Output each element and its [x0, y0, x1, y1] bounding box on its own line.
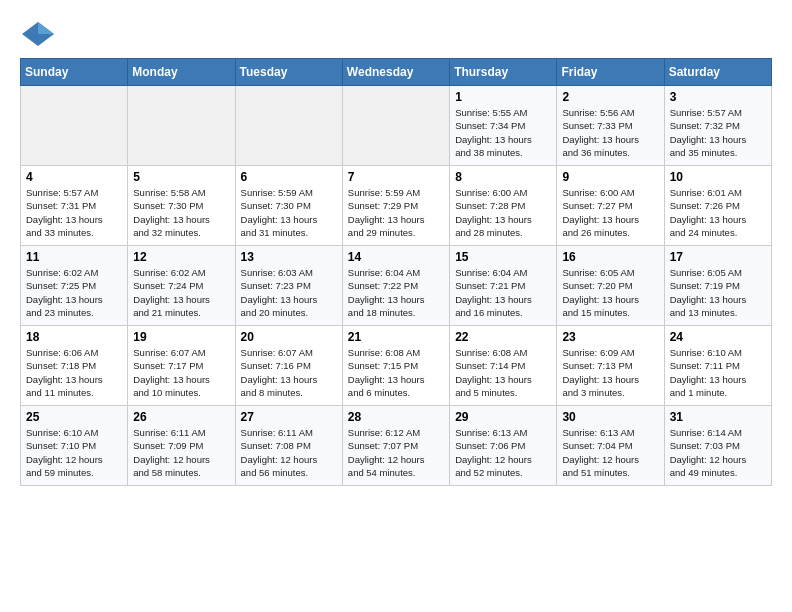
day-number: 31 [670, 410, 766, 424]
day-number: 3 [670, 90, 766, 104]
calendar-cell: 13Sunrise: 6:03 AMSunset: 7:23 PMDayligh… [235, 246, 342, 326]
calendar-cell: 20Sunrise: 6:07 AMSunset: 7:16 PMDayligh… [235, 326, 342, 406]
day-info: Sunrise: 6:00 AMSunset: 7:27 PMDaylight:… [562, 186, 658, 239]
day-number: 17 [670, 250, 766, 264]
day-info: Sunrise: 6:07 AMSunset: 7:17 PMDaylight:… [133, 346, 229, 399]
calendar-cell: 12Sunrise: 6:02 AMSunset: 7:24 PMDayligh… [128, 246, 235, 326]
logo [20, 20, 62, 48]
day-number: 20 [241, 330, 337, 344]
day-number: 13 [241, 250, 337, 264]
day-info: Sunrise: 6:05 AMSunset: 7:19 PMDaylight:… [670, 266, 766, 319]
day-info: Sunrise: 5:56 AMSunset: 7:33 PMDaylight:… [562, 106, 658, 159]
day-info: Sunrise: 6:03 AMSunset: 7:23 PMDaylight:… [241, 266, 337, 319]
calendar-cell: 18Sunrise: 6:06 AMSunset: 7:18 PMDayligh… [21, 326, 128, 406]
calendar-cell: 21Sunrise: 6:08 AMSunset: 7:15 PMDayligh… [342, 326, 449, 406]
day-info: Sunrise: 6:02 AMSunset: 7:25 PMDaylight:… [26, 266, 122, 319]
calendar-table: SundayMondayTuesdayWednesdayThursdayFrid… [20, 58, 772, 486]
day-number: 11 [26, 250, 122, 264]
day-number: 24 [670, 330, 766, 344]
day-info: Sunrise: 6:13 AMSunset: 7:06 PMDaylight:… [455, 426, 551, 479]
day-number: 7 [348, 170, 444, 184]
day-info: Sunrise: 6:01 AMSunset: 7:26 PMDaylight:… [670, 186, 766, 239]
day-info: Sunrise: 6:10 AMSunset: 7:11 PMDaylight:… [670, 346, 766, 399]
day-info: Sunrise: 6:09 AMSunset: 7:13 PMDaylight:… [562, 346, 658, 399]
calendar-week-row: 18Sunrise: 6:06 AMSunset: 7:18 PMDayligh… [21, 326, 772, 406]
calendar-cell: 7Sunrise: 5:59 AMSunset: 7:29 PMDaylight… [342, 166, 449, 246]
logo-icon [20, 20, 56, 48]
day-info: Sunrise: 6:00 AMSunset: 7:28 PMDaylight:… [455, 186, 551, 239]
day-info: Sunrise: 5:58 AMSunset: 7:30 PMDaylight:… [133, 186, 229, 239]
calendar-cell: 28Sunrise: 6:12 AMSunset: 7:07 PMDayligh… [342, 406, 449, 486]
calendar-cell: 9Sunrise: 6:00 AMSunset: 7:27 PMDaylight… [557, 166, 664, 246]
calendar-cell: 8Sunrise: 6:00 AMSunset: 7:28 PMDaylight… [450, 166, 557, 246]
day-number: 19 [133, 330, 229, 344]
calendar-cell: 15Sunrise: 6:04 AMSunset: 7:21 PMDayligh… [450, 246, 557, 326]
calendar-cell: 16Sunrise: 6:05 AMSunset: 7:20 PMDayligh… [557, 246, 664, 326]
calendar-cell: 14Sunrise: 6:04 AMSunset: 7:22 PMDayligh… [342, 246, 449, 326]
day-number: 8 [455, 170, 551, 184]
calendar-cell: 31Sunrise: 6:14 AMSunset: 7:03 PMDayligh… [664, 406, 771, 486]
calendar-week-row: 25Sunrise: 6:10 AMSunset: 7:10 PMDayligh… [21, 406, 772, 486]
dow-header: Tuesday [235, 59, 342, 86]
day-info: Sunrise: 5:57 AMSunset: 7:32 PMDaylight:… [670, 106, 766, 159]
day-number: 26 [133, 410, 229, 424]
day-info: Sunrise: 6:11 AMSunset: 7:09 PMDaylight:… [133, 426, 229, 479]
day-number: 28 [348, 410, 444, 424]
days-of-week-row: SundayMondayTuesdayWednesdayThursdayFrid… [21, 59, 772, 86]
day-info: Sunrise: 6:08 AMSunset: 7:14 PMDaylight:… [455, 346, 551, 399]
calendar-week-row: 11Sunrise: 6:02 AMSunset: 7:25 PMDayligh… [21, 246, 772, 326]
day-info: Sunrise: 5:59 AMSunset: 7:29 PMDaylight:… [348, 186, 444, 239]
calendar-cell: 11Sunrise: 6:02 AMSunset: 7:25 PMDayligh… [21, 246, 128, 326]
calendar-cell: 27Sunrise: 6:11 AMSunset: 7:08 PMDayligh… [235, 406, 342, 486]
calendar-body: 1Sunrise: 5:55 AMSunset: 7:34 PMDaylight… [21, 86, 772, 486]
day-info: Sunrise: 6:08 AMSunset: 7:15 PMDaylight:… [348, 346, 444, 399]
day-info: Sunrise: 6:05 AMSunset: 7:20 PMDaylight:… [562, 266, 658, 319]
day-number: 1 [455, 90, 551, 104]
day-info: Sunrise: 5:55 AMSunset: 7:34 PMDaylight:… [455, 106, 551, 159]
calendar-week-row: 4Sunrise: 5:57 AMSunset: 7:31 PMDaylight… [21, 166, 772, 246]
day-info: Sunrise: 6:10 AMSunset: 7:10 PMDaylight:… [26, 426, 122, 479]
calendar-cell: 2Sunrise: 5:56 AMSunset: 7:33 PMDaylight… [557, 86, 664, 166]
calendar-cell [235, 86, 342, 166]
calendar-week-row: 1Sunrise: 5:55 AMSunset: 7:34 PMDaylight… [21, 86, 772, 166]
day-number: 21 [348, 330, 444, 344]
day-info: Sunrise: 6:07 AMSunset: 7:16 PMDaylight:… [241, 346, 337, 399]
day-info: Sunrise: 6:02 AMSunset: 7:24 PMDaylight:… [133, 266, 229, 319]
dow-header: Friday [557, 59, 664, 86]
day-info: Sunrise: 6:06 AMSunset: 7:18 PMDaylight:… [26, 346, 122, 399]
day-number: 23 [562, 330, 658, 344]
day-number: 6 [241, 170, 337, 184]
day-number: 12 [133, 250, 229, 264]
calendar-cell [21, 86, 128, 166]
day-number: 10 [670, 170, 766, 184]
day-number: 25 [26, 410, 122, 424]
day-number: 5 [133, 170, 229, 184]
calendar-cell: 4Sunrise: 5:57 AMSunset: 7:31 PMDaylight… [21, 166, 128, 246]
svg-marker-1 [38, 22, 54, 34]
day-number: 16 [562, 250, 658, 264]
calendar-cell: 19Sunrise: 6:07 AMSunset: 7:17 PMDayligh… [128, 326, 235, 406]
day-info: Sunrise: 6:04 AMSunset: 7:22 PMDaylight:… [348, 266, 444, 319]
calendar-cell: 26Sunrise: 6:11 AMSunset: 7:09 PMDayligh… [128, 406, 235, 486]
calendar-cell: 10Sunrise: 6:01 AMSunset: 7:26 PMDayligh… [664, 166, 771, 246]
day-number: 30 [562, 410, 658, 424]
calendar-cell: 17Sunrise: 6:05 AMSunset: 7:19 PMDayligh… [664, 246, 771, 326]
dow-header: Wednesday [342, 59, 449, 86]
day-number: 29 [455, 410, 551, 424]
calendar-cell: 24Sunrise: 6:10 AMSunset: 7:11 PMDayligh… [664, 326, 771, 406]
calendar-cell: 29Sunrise: 6:13 AMSunset: 7:06 PMDayligh… [450, 406, 557, 486]
day-number: 9 [562, 170, 658, 184]
day-info: Sunrise: 6:14 AMSunset: 7:03 PMDaylight:… [670, 426, 766, 479]
day-number: 14 [348, 250, 444, 264]
calendar-cell: 5Sunrise: 5:58 AMSunset: 7:30 PMDaylight… [128, 166, 235, 246]
day-info: Sunrise: 6:12 AMSunset: 7:07 PMDaylight:… [348, 426, 444, 479]
day-info: Sunrise: 6:11 AMSunset: 7:08 PMDaylight:… [241, 426, 337, 479]
calendar-cell: 23Sunrise: 6:09 AMSunset: 7:13 PMDayligh… [557, 326, 664, 406]
dow-header: Saturday [664, 59, 771, 86]
calendar-cell: 30Sunrise: 6:13 AMSunset: 7:04 PMDayligh… [557, 406, 664, 486]
day-number: 18 [26, 330, 122, 344]
day-number: 15 [455, 250, 551, 264]
dow-header: Thursday [450, 59, 557, 86]
calendar-cell [342, 86, 449, 166]
calendar-cell: 22Sunrise: 6:08 AMSunset: 7:14 PMDayligh… [450, 326, 557, 406]
